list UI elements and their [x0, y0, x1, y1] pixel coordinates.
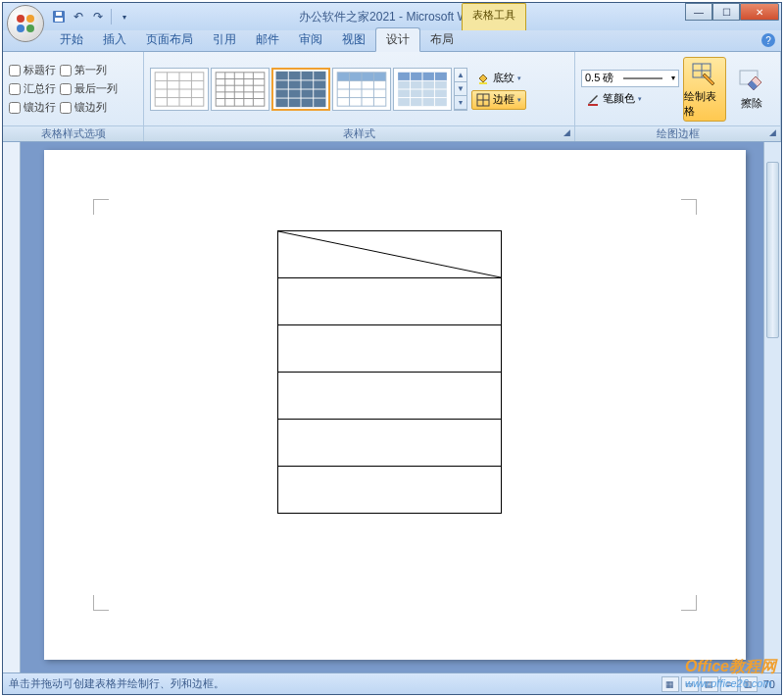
window-controls: — ☐ ✕	[685, 3, 779, 21]
margin-marker-bl	[93, 595, 109, 611]
view-web-icon[interactable]: ▤	[701, 676, 718, 692]
tab-references[interactable]: 引用	[203, 28, 246, 51]
table-cell[interactable]	[278, 467, 502, 514]
tab-layout[interactable]: 布局	[420, 28, 464, 51]
scrollbar-thumb[interactable]	[766, 162, 779, 338]
ribbon-tabs: 开始 插入 页面布局 引用 邮件 审阅 视图 设计 布局 ?	[3, 30, 781, 52]
view-outline-icon[interactable]: ≡	[720, 676, 738, 692]
scroll-down-icon[interactable]: ▼	[455, 82, 466, 96]
table-cell[interactable]	[278, 278, 502, 325]
style-thumb-5[interactable]	[393, 68, 452, 111]
help-button[interactable]: ?	[761, 33, 775, 47]
tab-page-layout[interactable]: 页面布局	[136, 28, 203, 51]
window-title: 办公软件之家2021 - Microsoft Word	[299, 9, 485, 25]
paint-bucket-icon	[476, 72, 490, 85]
borders-button[interactable]: 边框▾	[471, 90, 526, 110]
dropdown-icon: ▾	[517, 75, 521, 82]
zoom-value[interactable]: 70	[763, 678, 775, 690]
tab-review[interactable]: 审阅	[289, 28, 332, 51]
tab-home[interactable]: 开始	[50, 28, 93, 51]
redo-icon[interactable]: ↷	[89, 8, 107, 25]
check-total-row[interactable]: 汇总行	[9, 81, 56, 96]
view-full-screen-icon[interactable]: ▭	[681, 676, 699, 692]
view-draft-icon[interactable]: ▥	[740, 676, 758, 692]
group-table-style-options: 标题行 汇总行 镶边行 第一列 最后一列 镶边列 表格样式选项	[3, 52, 144, 141]
group-label: 绘图边框◢	[575, 125, 780, 141]
table-cell[interactable]	[278, 373, 502, 420]
maximize-button[interactable]: ☐	[712, 3, 740, 21]
borders-icon	[476, 93, 490, 107]
minimize-button[interactable]: —	[685, 3, 712, 21]
save-icon[interactable]	[50, 8, 68, 25]
group-label: 表格样式选项	[3, 125, 143, 141]
dialog-launcher-icon[interactable]: ◢	[561, 127, 572, 139]
eraser-icon	[738, 67, 765, 94]
table-cell[interactable]	[278, 231, 502, 278]
check-label: 汇总行	[24, 81, 56, 96]
qat-separator	[111, 9, 112, 25]
vertical-scrollbar[interactable]	[763, 142, 781, 672]
tab-insert[interactable]: 插入	[93, 28, 136, 51]
pen-weight-select[interactable]: 0.5 磅 ▾	[581, 70, 679, 87]
quick-access-toolbar: ↶ ↷ ▾	[50, 8, 133, 25]
status-right: ▦ ▭ ▤ ≡ ▥ 70	[662, 676, 775, 692]
dropdown-icon: ▾	[517, 96, 521, 104]
margin-marker-br	[681, 595, 697, 611]
button-label: 底纹	[493, 71, 514, 85]
select-value: 0.5 磅	[585, 71, 613, 85]
group-draw-borders: 0.5 磅 ▾ 笔颜色▾ 绘制表格 擦除	[575, 52, 781, 141]
style-thumb-4[interactable]	[332, 68, 391, 111]
style-thumb-1[interactable]	[150, 68, 209, 111]
office-button[interactable]	[7, 5, 44, 42]
svg-point-1	[26, 15, 34, 23]
dropdown-icon: ▾	[638, 95, 642, 103]
table-cell[interactable]	[278, 325, 502, 373]
check-banded-cols[interactable]: 镶边列	[60, 100, 118, 115]
check-first-col[interactable]: 第一列	[60, 63, 118, 77]
tab-design[interactable]: 设计	[375, 27, 420, 52]
view-print-layout-icon[interactable]: ▦	[662, 676, 679, 692]
check-header-row[interactable]: 标题行	[9, 63, 56, 77]
document-viewport[interactable]	[21, 142, 763, 672]
eraser-button[interactable]: 擦除	[730, 57, 773, 122]
contextual-tab-label: 表格工具	[462, 3, 526, 30]
draw-table-icon	[691, 60, 718, 87]
svg-rect-5	[55, 18, 63, 22]
table-cell[interactable]	[278, 420, 502, 467]
style-thumb-3[interactable]	[271, 68, 330, 111]
dialog-launcher-icon[interactable]: ◢	[766, 127, 778, 139]
pen-color-button[interactable]: 笔颜色▾	[581, 89, 679, 109]
svg-point-2	[17, 25, 24, 32]
shading-button[interactable]: 底纹▾	[471, 69, 526, 88]
vertical-ruler[interactable]	[3, 142, 21, 672]
svg-rect-51	[588, 104, 598, 106]
qat-customize-icon[interactable]: ▾	[116, 8, 133, 25]
tab-mailings[interactable]: 邮件	[246, 28, 289, 51]
svg-rect-46	[479, 82, 487, 84]
button-label: 绘制表格	[684, 89, 725, 119]
gallery-scroll[interactable]: ▲▼▾	[454, 68, 467, 111]
check-label: 镶边列	[74, 100, 107, 115]
document-table[interactable]	[277, 230, 502, 514]
check-label: 镶边行	[24, 100, 56, 115]
svg-rect-6	[56, 12, 62, 16]
svg-line-56	[278, 231, 501, 277]
draw-table-button[interactable]: 绘制表格	[683, 57, 726, 122]
status-bar: 单击并拖动可创建表格并绘制行、列和边框。 ▦ ▭ ▤ ≡ ▥ 70	[3, 672, 781, 694]
scroll-up-icon[interactable]: ▲	[455, 69, 466, 82]
pen-icon	[586, 92, 600, 106]
dropdown-icon: ▾	[671, 74, 675, 82]
svg-point-3	[26, 25, 34, 32]
close-button[interactable]: ✕	[740, 3, 779, 21]
status-message: 单击并拖动可创建表格并绘制行、列和边框。	[9, 676, 224, 691]
document-page	[44, 150, 746, 660]
gallery-more-icon[interactable]: ▾	[455, 96, 466, 110]
undo-icon[interactable]: ↶	[70, 8, 87, 25]
svg-point-0	[17, 15, 24, 23]
check-last-col[interactable]: 最后一列	[60, 81, 118, 96]
tab-view[interactable]: 视图	[332, 28, 375, 51]
check-banded-rows[interactable]: 镶边行	[9, 100, 56, 115]
style-thumb-2[interactable]	[211, 68, 270, 111]
group-table-styles: ▲▼▾ 底纹▾ 边框▾ 表样式◢	[144, 52, 575, 141]
check-label: 第一列	[74, 63, 107, 77]
